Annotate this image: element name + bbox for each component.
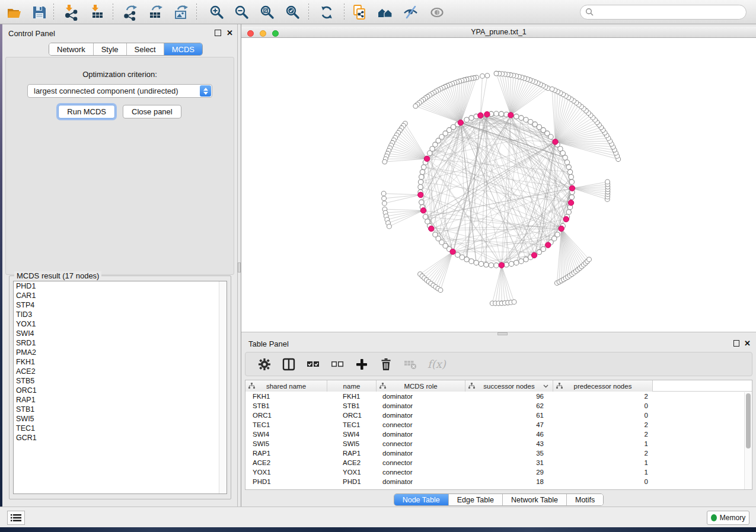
graph-leaf-node[interactable] [387,224,392,229]
column-header-name[interactable]: name [327,380,377,392]
column-header-predecessor-nodes[interactable]: predecessor nodes [553,380,653,392]
graph-node[interactable] [569,195,574,200]
graph-node[interactable] [494,263,499,268]
graph-node[interactable] [514,260,519,265]
graph-node[interactable] [455,252,460,257]
mcds-list-item[interactable]: STB5 [14,376,227,386]
graph-node[interactable] [479,261,483,266]
refresh-icon[interactable] [318,4,335,21]
float-panel-icon[interactable] [733,340,739,347]
graph-node[interactable] [509,261,513,266]
criterion-select[interactable]: largest connected component (undirected) [27,84,212,98]
graph-node[interactable] [560,150,565,155]
graph-node[interactable] [564,160,569,165]
graph-node[interactable] [484,262,489,267]
table-scrollbar[interactable] [744,392,751,489]
tab-network[interactable]: Network [49,43,94,56]
search-input[interactable] [594,7,746,18]
graph-node[interactable] [469,259,474,264]
graph-node[interactable] [425,219,430,224]
graph-leaf-node[interactable] [413,104,418,108]
memory-button[interactable]: Memory [707,511,749,525]
graph-node[interactable] [469,116,474,120]
mcds-result-list[interactable]: PHD1CAR1STP4TID3YOX1SWI4SRD1PMA2FKH1ACE2… [13,281,227,494]
graph-node[interactable] [504,262,509,267]
select-all-icon[interactable] [306,357,320,371]
graph-node[interactable] [464,117,469,122]
show-columns-icon[interactable] [282,357,296,371]
graph-node[interactable] [567,169,572,174]
table-row[interactable]: SWI5SWI5connector431 [245,439,752,448]
table-row[interactable]: ORC1ORC1dominator610 [245,411,752,420]
network-window-titlebar[interactable]: YPA_prune.txt_1 [241,27,756,38]
mcds-list-item[interactable]: PHD1 [14,281,227,291]
mcds-list-item[interactable]: CAR1 [14,291,227,300]
deselect-all-icon[interactable] [330,357,344,371]
column-header-MCDS-role[interactable]: MCDS role [377,380,465,392]
export-table-icon[interactable] [148,4,164,21]
window-close-icon[interactable] [247,30,254,37]
mcds-list-item[interactable]: PMA2 [14,348,227,357]
graph-leaf-node[interactable] [381,191,386,196]
graph-leaf-node[interactable] [485,73,490,78]
graph-hub-node[interactable] [569,185,575,191]
run-mcds-button[interactable]: Run MCDS [58,105,115,118]
clone-network-icon[interactable] [352,4,368,21]
float-panel-icon[interactable] [215,30,221,36]
graph-node[interactable] [569,175,573,180]
graph-hub-node[interactable] [429,226,434,231]
graph-leaf-node[interactable] [438,288,443,293]
graph-node[interactable] [433,232,438,237]
graph-hub-node[interactable] [420,208,426,213]
show-all-icon[interactable] [429,4,445,21]
mcds-list-item[interactable]: FKH1 [14,357,227,367]
graph-hub-node[interactable] [499,262,504,268]
table-row[interactable]: SWI4SWI4dominator462 [245,430,752,439]
mcds-list-item[interactable]: SWI5 [14,414,227,424]
table-row[interactable]: PHD1PHD1dominator180 [245,477,752,486]
mcds-list-item[interactable]: STP4 [14,300,227,310]
graph-leaf-node[interactable] [605,180,610,184]
graph-leaf-node[interactable] [587,257,592,262]
mcds-list-item[interactable]: TID3 [14,310,227,319]
graph-hub-node[interactable] [559,226,564,231]
mcds-list-item[interactable]: SRD1 [14,338,227,348]
first-neighbors-icon[interactable] [377,4,394,21]
delete-row-icon[interactable] [379,357,393,371]
network-canvas[interactable] [241,38,756,332]
mcds-list-item[interactable]: SWI4 [14,329,227,338]
graph-hub-node[interactable] [484,111,490,117]
graph-node[interactable] [418,180,423,184]
graph-hub-node[interactable] [450,249,455,254]
graph-leaf-node[interactable] [494,71,499,76]
table-row[interactable]: STB1STB1dominator620 [245,401,752,411]
graph-hub-node[interactable] [531,252,537,258]
graph-hub-node[interactable] [508,113,513,118]
graph-node[interactable] [524,257,528,262]
graph-hub-node[interactable] [553,139,558,145]
graph-leaf-node[interactable] [382,196,387,201]
graph-node[interactable] [519,116,524,120]
graph-node[interactable] [537,249,541,254]
zoom-in-icon[interactable] [209,4,225,21]
window-zoom-icon[interactable] [272,30,279,37]
mcds-list-item[interactable]: STB1 [14,405,227,414]
horizontal-splitter[interactable] [241,332,756,336]
mcds-list-item[interactable]: ACE2 [14,367,227,376]
splitter-handle[interactable] [238,262,241,273]
graph-node[interactable] [519,259,524,264]
tab-style[interactable]: Style [94,43,127,56]
tab-node-table[interactable]: Node Table [394,494,449,505]
graph-hub-node[interactable] [424,156,429,161]
graph-leaf-node[interactable] [480,74,485,79]
graph-node[interactable] [566,210,571,214]
tab-select[interactable]: Select [127,43,164,56]
graph-node[interactable] [474,260,479,265]
close-panel-icon[interactable]: ✕ [227,28,233,37]
graph-node[interactable] [494,111,499,116]
zoom-out-icon[interactable] [234,4,250,21]
graph-hub-node[interactable] [418,192,423,197]
graph-node[interactable] [423,214,428,219]
mcds-list-item[interactable]: ORC1 [14,386,227,395]
column-header-shared-name[interactable]: shared name [245,380,327,392]
